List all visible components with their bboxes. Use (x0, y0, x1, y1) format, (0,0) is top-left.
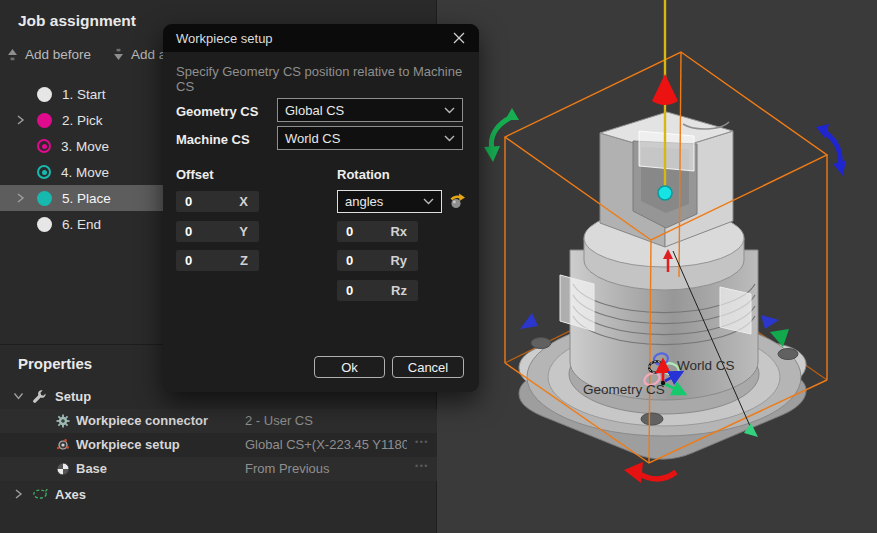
left-clamp-plane (560, 275, 594, 331)
property-row[interactable]: Workpiece connector2 - User CS (0, 409, 437, 433)
add-after-button[interactable]: Add a (113, 47, 166, 62)
step-ring-icon (37, 165, 51, 179)
expand-chevron-icon[interactable] (16, 192, 37, 204)
expand-chevron-icon[interactable] (14, 488, 32, 500)
ellipsis-button[interactable]: ••• (415, 461, 429, 471)
property-row[interactable]: BaseFrom Previous••• (0, 457, 437, 481)
step-dot-icon (37, 191, 52, 206)
step-label: 5. Place (62, 191, 111, 206)
rotation-section-label: Rotation (337, 167, 390, 182)
property-label: Workpiece setup (76, 437, 180, 452)
dialog-subtitle: Specify Geometry CS position relative to… (176, 64, 479, 94)
panel-title: Job assignment (18, 12, 136, 30)
insert-above-icon (7, 48, 18, 61)
step-dot-icon (37, 87, 52, 102)
rotate-handle-red[interactable] (624, 462, 676, 483)
3d-viewport[interactable]: World CS Geometry CS (437, 0, 877, 533)
workpiece-setup-dialog: Workpiece setup Specify Geometry CS posi… (163, 24, 479, 392)
rotate-handle-green[interactable] (484, 108, 519, 162)
job-toolbar: Add before Add a (7, 47, 166, 62)
rotation-ry-field: Ry (337, 250, 418, 271)
offset-section-label: Offset (176, 167, 214, 182)
property-value[interactable]: 2 - User CS (245, 413, 313, 428)
group-label: Axes (55, 487, 86, 502)
rotation-mode-select[interactable]: angles (337, 190, 442, 213)
group-axes[interactable]: Axes (0, 481, 437, 507)
properties-tree: SetupWorkpiece connector2 - User CSWorkp… (0, 383, 437, 507)
axes-icon (32, 488, 52, 500)
chevron-spacer (16, 140, 37, 152)
step-label: 2. Pick (62, 113, 103, 128)
slot-highlight-plane (639, 131, 694, 171)
small-blue-arrow-left[interactable] (520, 313, 538, 329)
base-icon (56, 462, 70, 476)
snap-point-dot[interactable] (658, 186, 672, 200)
offset-y-field: Y (176, 221, 259, 242)
step-ring-icon (37, 139, 51, 153)
property-value[interactable]: From Previous (245, 461, 330, 476)
chevron-spacer (16, 166, 37, 178)
dialog-title: Workpiece setup (176, 31, 273, 46)
step-label: 4. Move (61, 165, 109, 180)
group-label: Setup (55, 389, 91, 404)
step-label: 6. End (62, 217, 101, 232)
chevron-down-icon (444, 107, 455, 114)
rotation-rz-field: Rz (337, 280, 418, 301)
workpiece-setup-icon (56, 438, 70, 452)
z-axis-arrow[interactable] (652, 74, 678, 105)
connector-icon (56, 414, 70, 428)
expand-chevron-icon[interactable] (14, 390, 32, 402)
add-before-label: Add before (25, 47, 91, 62)
rotation-rx-field: Rx (337, 221, 418, 242)
machine-cs-label: Machine CS (176, 132, 250, 147)
expand-chevron-icon[interactable] (16, 114, 37, 126)
offset-z-field: Z (176, 250, 259, 271)
ellipsis-button[interactable]: ••• (415, 437, 429, 447)
add-before-button[interactable]: Add before (7, 47, 91, 62)
ok-button[interactable]: Ok (314, 356, 385, 378)
small-blue-arrow-right[interactable] (761, 315, 779, 329)
geometry-cs-select[interactable]: Global CS (277, 98, 463, 122)
insert-below-icon (113, 48, 124, 61)
machine-cs-select[interactable]: World CS (277, 126, 463, 150)
offset-x-field: X (176, 191, 259, 212)
chevron-spacer (16, 218, 37, 230)
rotation-tool-icon[interactable] (448, 192, 466, 210)
property-label: Workpiece connector (76, 413, 208, 428)
step-label: 3. Move (61, 139, 109, 154)
close-icon[interactable] (452, 31, 466, 45)
right-clamp-plane (720, 287, 751, 334)
workpiece-model (519, 112, 806, 459)
cancel-button[interactable]: Cancel (392, 356, 464, 378)
chevron-down-icon (423, 198, 434, 205)
chevron-spacer (16, 88, 37, 100)
step-dot-icon (37, 113, 52, 128)
geometry-cs-label: Geometry CS (176, 104, 258, 119)
step-dot-icon (37, 217, 52, 232)
geometry-cs-label: Geometry CS (583, 382, 665, 397)
wrench-icon (32, 389, 52, 404)
property-label: Base (76, 461, 107, 476)
property-value[interactable]: Global CS+(X-223.45 Y1180… (245, 437, 407, 452)
add-after-label: Add a (131, 47, 166, 62)
world-cs-label: World CS (677, 358, 735, 373)
dialog-titlebar[interactable]: Workpiece setup (163, 24, 479, 52)
properties-title: Properties (18, 355, 92, 372)
step-label: 1. Start (62, 87, 106, 102)
chevron-down-icon (444, 135, 455, 142)
property-row[interactable]: Workpiece setupGlobal CS+(X-223.45 Y1180… (0, 433, 437, 457)
